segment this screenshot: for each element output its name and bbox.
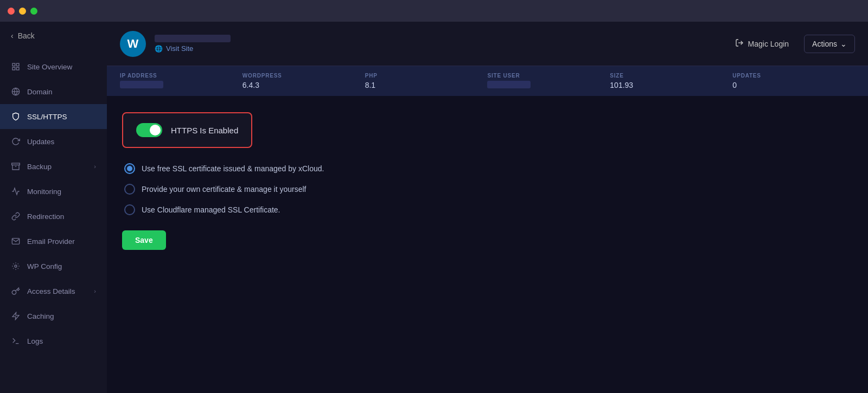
sidebar-item-label: Logs (27, 337, 43, 345)
page-content: HTTPS Is Enabled Use free SSL certificat… (107, 96, 868, 393)
grid-icon (11, 62, 21, 72)
refresh-icon (11, 137, 21, 146)
wordpress-logo: W (127, 37, 139, 51)
sidebar-item-email-provider[interactable]: Email Provider (0, 229, 107, 254)
site-info: 🌐 Visit Site (155, 35, 231, 53)
https-card: HTTPS Is Enabled (122, 112, 252, 148)
sidebar-item-logs[interactable]: Logs (0, 328, 107, 353)
actions-button[interactable]: Actions ⌄ (804, 35, 855, 53)
ip-label: IP ADDRESS (120, 73, 242, 79)
terminal-icon (11, 336, 21, 346)
back-button[interactable]: ‹ Back (0, 22, 107, 50)
settings-icon (11, 261, 21, 271)
sidebar-item-caching[interactable]: Caching (0, 304, 107, 328)
site-logo: W (120, 31, 146, 57)
ip-value-placeholder (120, 81, 163, 88)
php-label: PHP (365, 73, 488, 79)
radio-xcloud[interactable] (124, 163, 135, 174)
sidebar-item-wp-config[interactable]: WP Config (0, 254, 107, 279)
svg-point-8 (15, 265, 17, 267)
sidebar-item-label: Redirection (27, 212, 64, 221)
sidebar-item-ssl-https[interactable]: SSL/HTTPS (0, 104, 107, 129)
activity-icon (11, 186, 21, 196)
sidebar-item-label: WP Config (27, 262, 62, 270)
info-site-user: SITE USER (487, 73, 610, 89)
svg-rect-3 (16, 67, 19, 70)
radio-cloudflare[interactable] (124, 204, 135, 215)
chevron-right-icon: › (94, 288, 96, 294)
top-bar: W 🌐 Visit Site Magic Login Actions (107, 22, 868, 66)
sidebar-item-site-overview[interactable]: Site Overview (0, 54, 107, 79)
magic-login-button[interactable]: Magic Login (729, 34, 796, 53)
info-updates: UPDATES 0 (732, 73, 855, 89)
ssl-option-cloudflare-label: Use Cloudflare managed SSL Certificate. (142, 205, 280, 214)
info-wordpress: WORDPRESS 6.4.3 (242, 73, 365, 89)
globe-icon: 🌐 (155, 45, 163, 53)
sidebar-item-domain[interactable]: Domain (0, 79, 107, 104)
site-url[interactable]: 🌐 Visit Site (155, 44, 231, 53)
sidebar-item-label: Site Overview (27, 63, 72, 71)
sidebar-item-access-details[interactable]: Access Details › (0, 279, 107, 304)
close-button[interactable] (8, 8, 15, 15)
radio-inner-xcloud (127, 166, 132, 171)
ssl-option-cloudflare[interactable]: Use Cloudflare managed SSL Certificate. (124, 204, 853, 215)
radio-own[interactable] (124, 184, 135, 195)
svg-rect-6 (12, 163, 20, 165)
size-label: SIZE (610, 73, 732, 79)
mail-icon (11, 236, 21, 246)
sidebar-nav: Site Overview Domain SSL/HTTPS Updates (0, 50, 107, 358)
size-value: 101.93 (610, 81, 732, 89)
updates-value: 0 (732, 81, 855, 89)
actions-label: Actions (812, 40, 837, 48)
svg-rect-2 (12, 67, 15, 70)
link-icon (11, 211, 21, 221)
user-label: SITE USER (487, 73, 610, 79)
maximize-button[interactable] (30, 8, 37, 15)
user-value-placeholder (487, 81, 531, 88)
ssl-option-xcloud[interactable]: Use free SSL certificate issued & manage… (124, 163, 853, 174)
info-ip-address: IP ADDRESS (120, 73, 242, 89)
ssl-option-own[interactable]: Provide your own certificate & manage it… (124, 184, 853, 195)
info-php: PHP 8.1 (365, 73, 488, 89)
ssl-option-xcloud-label: Use free SSL certificate issued & manage… (142, 164, 324, 173)
back-arrow-icon: ‹ (11, 31, 14, 40)
sidebar-item-label: Backup (27, 163, 52, 171)
globe-icon (11, 87, 21, 96)
sidebar-item-monitoring[interactable]: Monitoring (0, 179, 107, 204)
svg-rect-0 (12, 63, 15, 66)
php-value: 8.1 (365, 81, 488, 89)
info-bar: IP ADDRESS WORDPRESS 6.4.3 PHP 8.1 SITE … (107, 66, 868, 96)
https-label: HTTPS Is Enabled (171, 126, 238, 135)
magic-login-label: Magic Login (748, 40, 789, 48)
minimize-button[interactable] (19, 8, 26, 15)
top-bar-actions: Magic Login Actions ⌄ (729, 34, 855, 53)
main-content: W 🌐 Visit Site Magic Login Actions (107, 22, 868, 393)
save-button[interactable]: Save (122, 230, 166, 250)
updates-label: UPDATES (732, 73, 855, 79)
shield-icon (11, 112, 21, 121)
sidebar-item-redirection[interactable]: Redirection (0, 204, 107, 229)
sidebar-item-backup[interactable]: Backup › (0, 154, 107, 179)
wp-value: 6.4.3 (242, 81, 365, 89)
https-toggle[interactable] (136, 123, 162, 137)
sidebar-item-label: Access Details (27, 287, 75, 295)
info-size: SIZE 101.93 (610, 73, 732, 89)
sidebar: ‹ Back Site Overview Domain SSL/HT (0, 22, 107, 393)
sidebar-item-label: Updates (27, 138, 54, 146)
ssl-options: Use free SSL certificate issued & manage… (122, 163, 853, 215)
sidebar-item-updates[interactable]: Updates (0, 129, 107, 154)
sidebar-item-label: Domain (27, 88, 53, 96)
back-label: Back (18, 31, 35, 40)
magic-login-icon (735, 38, 744, 49)
visit-site-label: Visit Site (166, 44, 193, 53)
titlebar (0, 0, 868, 22)
svg-marker-9 (12, 312, 19, 319)
chevron-right-icon: › (94, 163, 96, 170)
key-icon (11, 286, 21, 296)
svg-rect-1 (16, 63, 19, 66)
ssl-option-own-label: Provide your own certificate & manage it… (142, 185, 306, 194)
sidebar-item-label: Monitoring (27, 188, 61, 196)
app-container: ‹ Back Site Overview Domain SSL/HT (0, 22, 868, 393)
wp-label: WORDPRESS (242, 73, 365, 79)
site-name-placeholder (155, 35, 231, 42)
